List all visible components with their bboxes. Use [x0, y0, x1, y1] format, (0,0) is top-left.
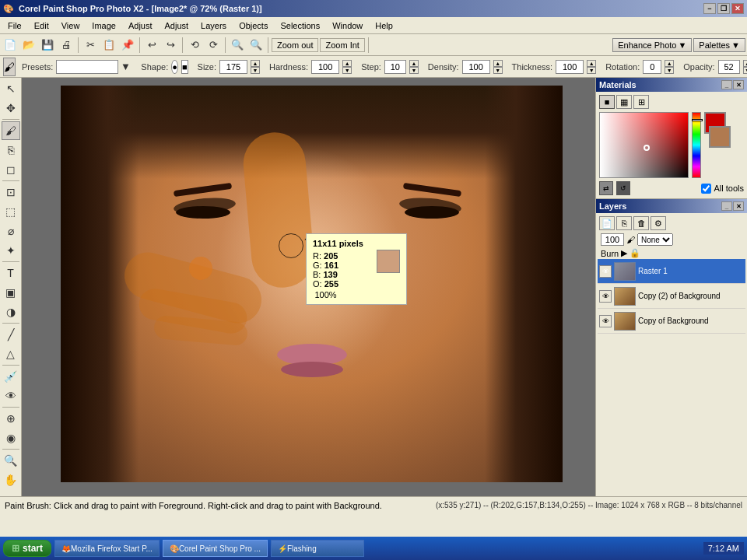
step-input[interactable]: [384, 60, 406, 74]
enhance-photo-button[interactable]: Enhance Photo ▼: [612, 38, 692, 52]
layer-item[interactable]: 👁 Raster 1: [598, 259, 745, 284]
size-spinner[interactable]: ▲▼: [251, 60, 260, 74]
layers-delete-btn[interactable]: 🗑: [633, 216, 649, 230]
layer-vis-icon[interactable]: 👁: [599, 290, 612, 303]
tool-eraser[interactable]: ◻: [2, 160, 20, 179]
new-button[interactable]: 📄: [2, 37, 19, 54]
zoom-out-label-button[interactable]: Zoom out: [272, 38, 318, 52]
materials-close[interactable]: ✕: [733, 80, 744, 89]
tool-pan[interactable]: ✋: [2, 471, 20, 489]
undo-button[interactable]: ↩: [143, 37, 160, 54]
tool-clone[interactable]: ⎘: [2, 141, 20, 159]
density-input[interactable]: [462, 60, 490, 74]
start-button[interactable]: ⊞ start: [3, 540, 51, 557]
cut-button[interactable]: ✂: [82, 37, 99, 54]
tool-move[interactable]: ✥: [2, 99, 20, 117]
menu-help[interactable]: Help: [369, 19, 399, 32]
all-tools-checkbox[interactable]: [701, 184, 711, 194]
tool-blur[interactable]: ◉: [2, 429, 20, 447]
blend-mode-none-select[interactable]: None: [637, 233, 673, 246]
hardness-input[interactable]: [311, 60, 339, 74]
zoom-out-button[interactable]: 🔍: [247, 37, 265, 54]
tool-zoom[interactable]: 🔍: [2, 451, 20, 470]
tool-crop[interactable]: ⊡: [2, 183, 20, 201]
zoom-in-label-button[interactable]: Zoom Int: [320, 38, 364, 52]
layers-copy-btn[interactable]: ⎘: [616, 216, 632, 230]
color-preview-swatch: [377, 250, 400, 273]
opacity-spinner[interactable]: ▲▼: [743, 60, 747, 74]
tool-heal[interactable]: ⊕: [2, 409, 20, 428]
color-gradient-box[interactable]: [599, 112, 689, 178]
materials-tab-pattern[interactable]: ⊞: [633, 95, 649, 109]
tool-fill[interactable]: ▣: [2, 283, 20, 302]
print-button[interactable]: 🖨: [58, 37, 75, 54]
layer-vis-icon[interactable]: 👁: [599, 265, 612, 278]
rotate-left-button[interactable]: ⟲: [186, 37, 203, 54]
zoom-in-button[interactable]: 🔍: [229, 37, 246, 54]
tool-eyedropper[interactable]: 💉: [2, 367, 20, 386]
tool-line[interactable]: ╱: [2, 325, 20, 344]
layers-settings-btn[interactable]: ⚙: [651, 216, 666, 230]
layer-item[interactable]: 👁 Copy of Background: [598, 309, 745, 334]
tool-text[interactable]: T: [2, 264, 20, 282]
redo-button[interactable]: ↪: [162, 37, 179, 54]
menu-view[interactable]: View: [55, 19, 86, 32]
menu-selections[interactable]: Selections: [274, 19, 326, 32]
tool-paintbrush[interactable]: 🖌: [2, 121, 20, 140]
close-button[interactable]: ✕: [731, 3, 744, 14]
tool-redeye[interactable]: 👁: [2, 387, 20, 405]
taskbar-item-paintshop[interactable]: 🎨 Corel Paint Shop Pro ...: [163, 540, 268, 557]
tool-select-rect[interactable]: ⬚: [2, 202, 20, 221]
background-color[interactable]: [709, 126, 731, 148]
menu-file[interactable]: File: [2, 19, 28, 32]
layers-minimize[interactable]: _: [721, 201, 732, 211]
taskbar-item-firefox[interactable]: 🦊 Mozilla Firefox Start P...: [54, 540, 160, 557]
layers-close[interactable]: ✕: [733, 201, 744, 211]
opacity-input[interactable]: [718, 60, 740, 74]
presets-input[interactable]: [56, 60, 118, 74]
tool-magic-wand[interactable]: ✦: [2, 241, 20, 260]
hardness-spinner[interactable]: ▲▼: [342, 60, 352, 74]
rotation-input[interactable]: [643, 60, 661, 74]
palettes-button[interactable]: Palettes ▼: [693, 38, 745, 52]
menu-window[interactable]: Window: [326, 19, 369, 32]
menu-effects[interactable]: Adjust: [159, 19, 195, 32]
save-button[interactable]: 💾: [39, 37, 56, 54]
menu-adjust[interactable]: Adjust: [122, 19, 159, 32]
thickness-spinner[interactable]: ▲▼: [587, 60, 596, 74]
copy-button[interactable]: 📋: [100, 37, 117, 54]
layers-new-btn[interactable]: 📄: [599, 216, 615, 230]
tool-gradient[interactable]: ◑: [2, 303, 20, 321]
layer-item[interactable]: 👁 Copy (2) of Background: [598, 284, 745, 309]
menu-layers[interactable]: Layers: [195, 19, 233, 32]
materials-tab-color[interactable]: ■: [599, 95, 615, 109]
menu-image[interactable]: Image: [86, 19, 122, 32]
shape-circle[interactable]: ●: [171, 60, 178, 74]
tool-shape[interactable]: △: [2, 345, 20, 363]
tool-arrow[interactable]: ↖: [2, 79, 20, 98]
shape-square[interactable]: ■: [181, 60, 188, 74]
density-spinner[interactable]: ▲▼: [493, 60, 503, 74]
size-input[interactable]: 175: [219, 60, 247, 74]
opacity-value-input[interactable]: [601, 233, 624, 246]
rotate-right-button[interactable]: ⟳: [205, 37, 222, 54]
menu-objects[interactable]: Objects: [233, 19, 274, 32]
menu-edit[interactable]: Edit: [28, 19, 55, 32]
mat-reset-btn[interactable]: ↺: [616, 181, 630, 195]
minimize-button[interactable]: −: [703, 3, 716, 14]
restore-button[interactable]: ❐: [717, 3, 730, 14]
layer-vis-icon[interactable]: 👁: [599, 315, 612, 327]
paste-button[interactable]: 📌: [119, 37, 136, 54]
mat-swap-btn[interactable]: ⇄: [599, 181, 613, 195]
tool-lasso[interactable]: ⌀: [2, 222, 20, 240]
canvas-area[interactable]: ↗ 11x11 pixels R: 205 G: 161 B: 139 O: 2…: [22, 78, 595, 496]
presets-dropdown[interactable]: ▼: [119, 60, 132, 74]
step-spinner[interactable]: ▲▼: [409, 60, 419, 74]
open-button[interactable]: 📂: [20, 37, 37, 54]
materials-tab-gradient[interactable]: ▦: [616, 95, 632, 109]
hue-slider[interactable]: [692, 112, 701, 178]
rotation-spinner[interactable]: ▲▼: [665, 60, 674, 74]
materials-minimize[interactable]: _: [721, 80, 732, 89]
taskbar-item-flashing[interactable]: ⚡ Flashing: [271, 540, 364, 557]
thickness-input[interactable]: [556, 60, 584, 74]
